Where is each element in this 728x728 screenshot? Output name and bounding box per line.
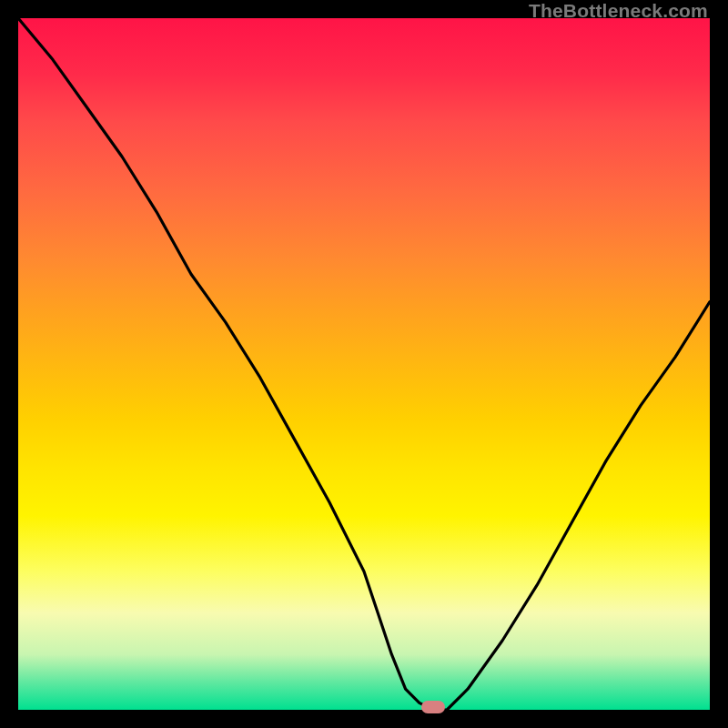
chart-container: TheBottleneck.com bbox=[0, 0, 728, 728]
bottleneck-curve bbox=[18, 18, 710, 710]
optimal-marker bbox=[421, 701, 445, 713]
plot-area bbox=[18, 18, 710, 710]
